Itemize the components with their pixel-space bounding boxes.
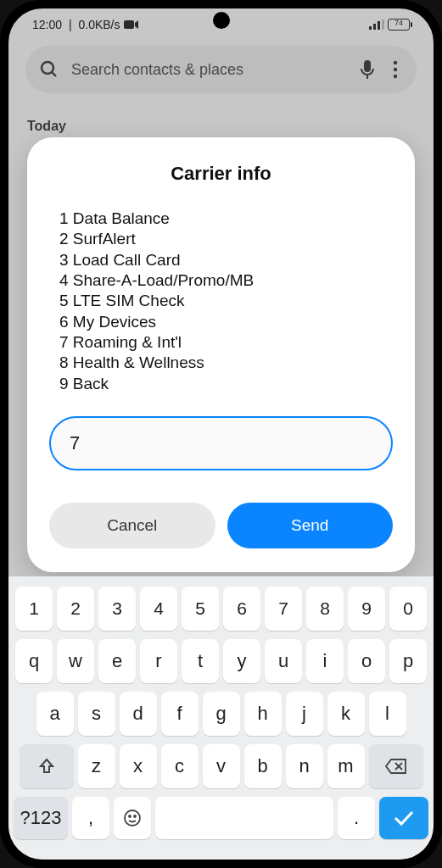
ussd-input[interactable] (49, 416, 393, 470)
cancel-button[interactable]: Cancel (49, 503, 215, 548)
mic-icon[interactable] (359, 59, 376, 80)
ussd-dialog: Carrier info 1 Data Balance2 SurfAlert3 … (27, 137, 415, 572)
key-s[interactable]: s (78, 692, 115, 736)
check-icon (393, 810, 415, 826)
status-right: 74 (369, 19, 410, 31)
svg-line-6 (52, 72, 56, 76)
ussd-menu-item: 5 LTE SIM Check (59, 291, 393, 311)
key-o[interactable]: o (348, 639, 385, 683)
battery-icon: 74 (388, 19, 410, 31)
svg-point-9 (394, 61, 397, 64)
ussd-menu-item: 7 Roaming & Int'l (59, 332, 393, 353)
ussd-menu-item: 3 Load Call Card (59, 250, 393, 270)
camera-notch (213, 12, 230, 29)
key-k[interactable]: k (327, 692, 365, 736)
svg-point-15 (129, 815, 131, 817)
symbols-key[interactable]: ?123 (14, 797, 68, 839)
key-e[interactable]: e (98, 639, 136, 683)
ussd-menu-item: 9 Back (59, 374, 393, 394)
shift-icon (38, 758, 55, 775)
svg-point-11 (394, 75, 397, 78)
key-l[interactable]: l (369, 692, 406, 736)
status-left: 12:00 | 0.0KB/s (32, 18, 139, 31)
svg-rect-7 (364, 60, 371, 72)
key-1[interactable]: 1 (15, 587, 53, 631)
backspace-key[interactable] (369, 744, 423, 788)
screen: 12:00 | 0.0KB/s 74 Search contacts & pla… (8, 8, 434, 860)
svg-rect-4 (382, 19, 384, 30)
svg-rect-1 (369, 26, 372, 30)
svg-rect-3 (378, 21, 380, 30)
key-8[interactable]: 8 (306, 587, 344, 631)
svg-point-14 (125, 810, 140, 826)
search-bar[interactable]: Search contacts & places (25, 46, 417, 93)
ussd-menu-item: 6 My Devices (59, 312, 393, 332)
ussd-menu-item: 4 Share-A-Load/Promo/MB (59, 270, 393, 291)
key-5[interactable]: 5 (182, 587, 219, 631)
key-3[interactable]: 3 (98, 587, 136, 631)
key-y[interactable]: y (223, 639, 260, 683)
key-7[interactable]: 7 (265, 587, 302, 631)
key-b[interactable]: b (244, 744, 282, 788)
search-placeholder: Search contacts & places (71, 61, 347, 79)
emoji-icon (123, 809, 142, 827)
emoji-key[interactable] (114, 797, 151, 839)
key-z[interactable]: z (78, 744, 115, 788)
ussd-menu: 1 Data Balance2 SurfAlert3 Load Call Car… (49, 209, 393, 394)
key-c[interactable]: c (161, 744, 199, 788)
key-w[interactable]: w (57, 639, 94, 683)
backspace-icon (385, 759, 407, 774)
svg-point-10 (394, 68, 397, 71)
key-h[interactable]: h (244, 692, 282, 736)
status-time: 12:00 (32, 18, 62, 31)
svg-rect-0 (124, 20, 134, 29)
status-netspeed: 0.0KB/s (78, 18, 120, 31)
signal-icon (369, 19, 384, 30)
key-a[interactable]: a (36, 692, 74, 736)
shift-key[interactable] (20, 744, 74, 788)
key-u[interactable]: u (265, 639, 302, 683)
svg-point-16 (134, 815, 136, 817)
dialog-title: Carrier info (49, 163, 393, 185)
key-j[interactable]: j (286, 692, 323, 736)
more-icon[interactable] (388, 60, 403, 79)
key-d[interactable]: d (120, 692, 157, 736)
key-m[interactable]: m (327, 744, 365, 788)
enter-key[interactable] (379, 797, 428, 839)
key-f[interactable]: f (161, 692, 199, 736)
svg-point-5 (42, 62, 53, 74)
key-0[interactable]: 0 (389, 587, 427, 631)
space-key[interactable] (155, 797, 333, 839)
ussd-menu-item: 8 Health & Wellness (59, 353, 393, 373)
send-button[interactable]: Send (227, 503, 394, 548)
key-v[interactable]: v (203, 744, 240, 788)
key-2[interactable]: 2 (57, 587, 94, 631)
video-icon (124, 19, 139, 30)
comma-key[interactable]: , (72, 797, 109, 839)
key-9[interactable]: 9 (348, 587, 385, 631)
key-n[interactable]: n (286, 744, 323, 788)
period-key[interactable]: . (338, 797, 375, 839)
keyboard: 1234567890 qwertyuiop asdfghjkl zxcvbnm … (8, 576, 434, 860)
key-q[interactable]: q (15, 639, 53, 683)
ussd-menu-item: 2 SurfAlert (59, 229, 393, 249)
key-x[interactable]: x (120, 744, 157, 788)
key-g[interactable]: g (203, 692, 240, 736)
ussd-menu-item: 1 Data Balance (59, 209, 393, 229)
phone-frame: 12:00 | 0.0KB/s 74 Search contacts & pla… (0, 0, 442, 868)
key-4[interactable]: 4 (140, 587, 177, 631)
key-t[interactable]: t (182, 639, 219, 683)
key-r[interactable]: r (140, 639, 177, 683)
key-p[interactable]: p (389, 639, 427, 683)
search-icon (39, 59, 59, 80)
section-label: Today (27, 119, 434, 134)
svg-rect-2 (373, 24, 376, 30)
key-6[interactable]: 6 (223, 587, 260, 631)
key-i[interactable]: i (306, 639, 344, 683)
